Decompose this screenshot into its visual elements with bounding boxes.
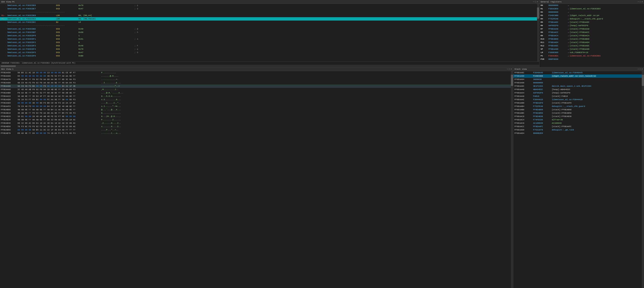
ida-line[interactable]: ·bmetasec_ml.so:F383CDF6DCB0xB0 [0, 54, 537, 58]
hex-view-controls[interactable]: ─ □ × [507, 68, 512, 70]
stack-line[interactable]: FF9EAAB0FF9EAAF0[stack]:FF9EAAF0 [513, 101, 642, 105]
hex-line[interactable]: FF9EAB40D8 32 09 AC D0 EA 10 AC 30 EA 10… [0, 121, 511, 125]
stack-line[interactable]: FF9EAACCFF9EAAFC[stack]:FF9EAAFC [513, 125, 642, 128]
stack-line[interactable]: FF9EAA9800000000 [513, 81, 642, 85]
reg-minimize-icon[interactable]: ─ [638, 1, 639, 3]
stack-line[interactable]: FF9EAAC4F74FD335dlfree+35 [513, 118, 642, 121]
hex-line[interactable]: FF9EAAD078 10 53 F7 E0 B2 00 00 FC AA 9E… [0, 98, 511, 101]
hex-line[interactable]: FF9EAB0040 AB 9E FF 60 AB 9E FF 40 B4 11… [0, 108, 511, 111]
reg-close-icon[interactable]: × [642, 1, 643, 3]
stack-line[interactable]: FF9EAAC0FF9EAB38[stack]:FF9EAB38 [513, 115, 642, 118]
stack-line[interactable]: FF9EAAACF3844A1Dlibmetasec_ml.so:F3844A1… [513, 98, 642, 101]
ida-view-hscrollbar[interactable] [0, 65, 539, 67]
hex-byte: 92 [36, 125, 40, 128]
hex-line[interactable]: FF9EAB5078 F3 8C F3 F0 92 F8 AA 30 EA 10… [0, 125, 511, 128]
ida-line[interactable]: ·bmetasec_ml.so:F383CDE6DCB0x70 ; p [0, 4, 537, 7]
hex-line[interactable]: FF9EAB3050 AB 9E FF 98 AB 9E FF D8 32 09… [0, 118, 511, 121]
ida-operands: 0x47 [78, 8, 134, 10]
registers-controls[interactable]: ─ □ × [638, 1, 643, 3]
registers-scroll[interactable]: R000000000 ↵ R1F383CDE9 ↵ libmetasec_ml.… [540, 4, 644, 67]
stack-line[interactable]: FF9EAA90F349C998libget_rwlock_addr.so:in… [513, 74, 642, 78]
hex-byte: 00 [58, 72, 62, 74]
ida-view-vscrollbar[interactable] [537, 4, 539, 62]
hex-byte: 49 [25, 85, 29, 87]
ida-line[interactable]: ·bmetasec_ml.so:F383CDF3DCB0x46 ; F [0, 44, 537, 48]
hex-view-vscrollbar[interactable] [511, 71, 513, 288]
stack-ref: dalvik_main_space_1:unk_3E1F2284 [552, 85, 591, 87]
ida-line[interactable]: ·bmetasec_ml.so:F383CDF2DCB8 [0, 41, 537, 44]
register-row: PSR600F0030 [540, 58, 642, 61]
hex-byte: AA [21, 78, 25, 81]
stack-line[interactable]: FF9EAA9438D0038 [513, 78, 642, 81]
reg-maximize-icon[interactable]: □ [640, 1, 641, 3]
hex-line[interactable]: FF9EAAA02C 4D A6 AB F0 92 F8 AA 18 AB 9E… [0, 88, 511, 91]
hex-line[interactable]: FF9EAAB0F0 AA 9E FF 40 FE 52 F7 60 AB 9E… [0, 91, 511, 95]
ida-view-scroll[interactable]: ·bmetasec_ml.so:F383CDE6DCB0x70 ; p·bmet… [0, 4, 539, 62]
hex-byte: FF [73, 92, 76, 94]
hex-view-scroll[interactable]: FF9EAA5050 B5 11 AC 10 00 00 00 13 00 00… [0, 71, 513, 288]
stack-line[interactable]: FF9EAAD40000B2E0 [513, 132, 642, 135]
ida-line[interactable]: ·bmetasec_ml.so:F383CDECBXLR [0, 21, 537, 24]
hex-line[interactable]: FF9EAB2038 01 00 00 28 4D A6 AB 40 FE 52… [0, 115, 511, 118]
ida-view-hscrollbar-thumb[interactable] [1, 65, 16, 67]
stack-view-controls[interactable]: ─ □ × [638, 68, 643, 70]
ida-line[interactable]: PC→·bmetasec_ml.so:F383CDEALDRR0, [R0,#0… [0, 17, 537, 21]
register-row: R5FF9EAADC ↵ [stack]:FF9EAADC [540, 21, 642, 24]
ida-addr: bmetasec_ml.so:F383CDE8 [8, 15, 56, 17]
hex-maximize-icon[interactable]: □ [509, 68, 510, 70]
hex-minimize-icon[interactable]: ─ [507, 68, 508, 70]
hex-byte: AB [36, 119, 40, 121]
hex-line[interactable]: FF9EAAC038 AB 9E FF 35 D3 4F F7 48 89 10… [0, 95, 511, 98]
stack-line[interactable]: FF9EAA8CF3840A45libmetasec_ml.so:F3840A4… [513, 71, 642, 74]
hex-addr: FF9EAAD0 [1, 99, 18, 101]
stack-line[interactable]: FF9EAABCFF9EAB58[stack]:FF9EAB58 [513, 111, 642, 115]
stack-line[interactable]: FF9EAAA4AAF892F0[heap]:AAF892F0 [513, 91, 642, 95]
stack-close-icon[interactable]: × [642, 68, 643, 70]
hex-line[interactable]: FF9EAAE000 00 00 00 38 00 8D F3 B0 C9 49… [0, 101, 511, 105]
hex-line[interactable]: FF9EAA5050 B5 11 AC 10 00 00 00 13 00 00… [0, 71, 511, 74]
ida-line-marker: PC→ [1, 18, 5, 20]
stack-view-vscrollbar-thumb[interactable] [642, 75, 644, 86]
stack-addr: FF9EAA9C [514, 85, 533, 87]
hex-line[interactable]: FF9EAA9098 C9 49 F3 B8 00 00 F3 00 00 00… [0, 85, 511, 88]
ida-line[interactable]: ·bmetasec_ml.so:F383CDEEDCB0x40 ; @ [0, 27, 537, 31]
stack-line[interactable]: FF9EAAB4F752FE40debug124::__stack_chk_gu… [513, 105, 642, 108]
hex-line[interactable]: FF9EAA6004 00 00 00 00 00 00 00 40 FE 52… [0, 74, 511, 78]
hex-close-icon[interactable]: × [511, 68, 512, 70]
hex-line[interactable]: FF9EAA8098 C9 49 F3 F0 92 F8 AA A8 AA 9E… [0, 81, 511, 85]
stack-line[interactable]: FF9EAAA8FAB18[stack]:FAB18 [513, 95, 642, 98]
hex-line[interactable]: FF9EAB6000 00 00 00 50 B5 11 AC 22 1F 3E… [0, 128, 511, 132]
ida-close-icon[interactable]: × [537, 1, 538, 3]
hex-line[interactable]: FF9EAAF078 C9 49 F3 00 00 00 00 84 22 1F… [0, 105, 511, 108]
ida-minimize-icon[interactable]: ─ [533, 1, 534, 3]
ida-line[interactable]: ·bmetasec_ml.so:F383CDEFDCB0x68 ; h [0, 31, 537, 34]
hex-byte: 60 [32, 109, 36, 111]
stack-line[interactable]: FF9EAAB8FF9EAB60[stack]:FF9EAB60 [513, 108, 642, 111]
hex-line[interactable]: FF9EAA7099 AA 9E FF F0 92 F8 AA 88 AA 9E… [0, 78, 511, 81]
ida-view-controls[interactable]: ─ □ × [533, 1, 538, 3]
stack-maximize-icon[interactable]: □ [640, 68, 641, 70]
ida-line[interactable]: ·bmetasec_ml.so:F383CDF5DCB0x47 ; G [0, 51, 537, 54]
hex-byte: 00 [44, 99, 47, 101]
hex-byte: D3 [36, 95, 40, 97]
stack-line[interactable]: FF9EAAA0ABA64D2C[heap]:ABA64D2C [513, 88, 642, 91]
ida-line[interactable]: ·bmetasec_ml.so:F383CDE7DCB0x47 ; G [0, 7, 537, 11]
register-row: R6AAF892F0 ↵ [heap]:AAF892F0 [540, 24, 642, 27]
stack-line[interactable]: FF9EAAD0F7531078debug124::_gm_+1C0 [513, 128, 642, 132]
ida-line[interactable]: ·bmetasec_ml.so:F383CDF4DCB0x70 ; p [0, 48, 537, 51]
ida-maximize-icon[interactable]: □ [535, 1, 536, 3]
ida-line[interactable]: ·bmetasec_ml.so:F383CDF0DCB1 [0, 34, 537, 37]
hex-line[interactable]: FF9EAB70E0 AD 9E FF 04 00 00 00 74 1B 84… [0, 132, 511, 135]
ida-view-panel: IDA View-PC ─ □ × ·bmetasec_ml.so:F383CD… [0, 0, 540, 67]
ida-line[interactable]: R1→·bmetasec_ml.so:F383CDE8LDRR0, [R0,#4… [0, 14, 537, 17]
stack-line[interactable]: FF9EAA9C3E1F2284dalvik_main_space_1:unk_… [513, 85, 642, 88]
hex-view-vscrollbar-thumb[interactable] [511, 75, 513, 86]
stack-view-vscrollbar[interactable] [642, 71, 644, 288]
stack-minimize-icon[interactable]: ─ [638, 68, 639, 70]
ida-line[interactable]: ·bmetasec_ml.so:F383CDF1DCB0x61 ; a [0, 37, 537, 41]
register-row: R7FF9EAAA8 ↵ [stack]:FF9EAAA8 [540, 27, 642, 31]
stack-view-scroll[interactable]: FF9EAA8CF3840A45libmetasec_ml.so:F3840A4… [513, 71, 644, 288]
ida-view-vscrollbar-thumb[interactable] [537, 8, 539, 19]
stack-line[interactable]: FF9EAAC8AC108948AC108948 [513, 121, 642, 125]
hex-line[interactable]: FF9EAB1038 AB 9E FF F0 92 F8 AA 88 AA 9E… [0, 111, 511, 115]
